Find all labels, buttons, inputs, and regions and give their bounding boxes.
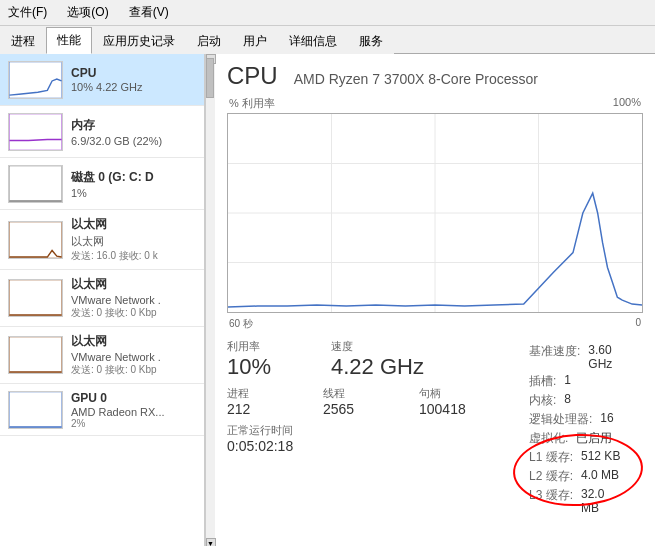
eth1-info: 以太网 以太网 发送: 16.0 接收: 0 k: [71, 216, 196, 263]
x-left: 60 秒: [229, 317, 253, 331]
disk-mini-graph: [8, 165, 63, 203]
resource-item-cpu[interactable]: CPU 10% 4.22 GHz: [0, 54, 204, 106]
tab-startup[interactable]: 启动: [186, 28, 232, 54]
detail-grid: 基准速度: 3.60 GHz 插槽: 1 内核: 8 逻辑: [529, 343, 643, 515]
logical-value: 16: [600, 411, 613, 428]
tab-process[interactable]: 进程: [0, 28, 46, 54]
right-stats: 基准速度: 3.60 GHz 插槽: 1 内核: 8 逻辑: [529, 339, 643, 515]
gpu-name: GPU 0: [71, 391, 196, 405]
resource-item-eth1[interactable]: 以太网 以太网 发送: 16.0 接收: 0 k: [0, 210, 204, 270]
uptime-value: 0:05:02:18: [227, 438, 499, 454]
memory-name: 内存: [71, 117, 196, 134]
uptime-label: 正常运行时间: [227, 423, 499, 438]
resource-item-eth2[interactable]: 以太网 VMware Network . 发送: 0 接收: 0 Kbp: [0, 270, 204, 327]
tab-performance[interactable]: 性能: [46, 27, 92, 54]
process-label: 进程: [227, 386, 307, 401]
l2-value: 4.0 MB: [581, 468, 619, 485]
gpu-info: GPU 0 AMD Radeon RX... 2%: [71, 391, 196, 429]
y-max: 100%: [613, 96, 641, 111]
virt-row: 虚拟化: 已启用: [529, 430, 623, 447]
disk-name: 磁盘 0 (G: C: D: [71, 169, 196, 186]
scroll-down-arrow[interactable]: ▼: [206, 538, 216, 546]
logical-row: 逻辑处理器: 16: [529, 411, 623, 428]
menu-view[interactable]: 查看(V): [125, 2, 173, 23]
left-stats: 利用率 10% 速度 4.22 GHz 进程 212 线程: [227, 339, 499, 515]
eth3-sub: 发送: 0 接收: 0 Kbp: [71, 363, 196, 377]
menu-bar: 文件(F) 选项(O) 查看(V): [0, 0, 655, 26]
virt-label: 虚拟化:: [529, 430, 568, 447]
process-block: 进程 212: [227, 386, 307, 417]
menu-file[interactable]: 文件(F): [4, 2, 51, 23]
cpu-model: AMD Ryzen 7 3700X 8-Core Processor: [294, 71, 538, 87]
thread-block: 线程 2565: [323, 386, 403, 417]
tab-history[interactable]: 应用历史记录: [92, 28, 186, 54]
base-speed-row: 基准速度: 3.60 GHz: [529, 343, 623, 371]
speed-label: 速度: [331, 339, 424, 354]
virt-value: 已启用: [576, 430, 612, 447]
resource-item-eth3[interactable]: 以太网 VMware Network . 发送: 0 接收: 0 Kbp: [0, 327, 204, 384]
eth3-name: 以太网: [71, 333, 196, 350]
svg-rect-8: [9, 280, 61, 316]
resource-item-disk[interactable]: 磁盘 0 (G: C: D 1%: [0, 158, 204, 210]
cores-label: 内核:: [529, 392, 556, 409]
cpu-value: 10% 4.22 GHz: [71, 81, 196, 93]
left-scrollbar[interactable]: ▲ ▼: [205, 54, 215, 546]
main-area: CPU 10% 4.22 GHz 内存 6.9/32.0 GB (22%): [0, 54, 655, 546]
logical-label: 逻辑处理器:: [529, 411, 592, 428]
l1-label: L1 缓存:: [529, 449, 573, 466]
base-speed-value: 3.60 GHz: [588, 343, 623, 371]
disk-info: 磁盘 0 (G: C: D 1%: [71, 169, 196, 199]
menu-options[interactable]: 选项(O): [63, 2, 112, 23]
l3-row: L3 缓存: 32.0 MB: [529, 487, 623, 515]
eth2-sub: 发送: 0 接收: 0 Kbp: [71, 306, 196, 320]
resource-item-gpu[interactable]: GPU 0 AMD Radeon RX... 2%: [0, 384, 204, 436]
eth1-value: 以太网: [71, 234, 196, 249]
cpu-name: CPU: [71, 66, 196, 80]
l1-value: 512 KB: [581, 449, 620, 466]
speed-block: 速度 4.22 GHz: [331, 339, 424, 380]
eth2-mini-graph: [8, 279, 63, 317]
svg-rect-12: [9, 392, 61, 428]
utilization-value: 10%: [227, 354, 307, 380]
eth3-info: 以太网 VMware Network . 发送: 0 接收: 0 Kbp: [71, 333, 196, 377]
disk-value: 1%: [71, 187, 196, 199]
tab-details[interactable]: 详细信息: [278, 28, 348, 54]
utilization-block: 利用率 10%: [227, 339, 307, 380]
x-right: 0: [635, 317, 641, 331]
tab-bar: 进程 性能 应用历史记录 启动 用户 详细信息 服务: [0, 26, 655, 54]
l1-row: L1 缓存: 512 KB: [529, 449, 623, 466]
process-value: 212: [227, 401, 307, 417]
eth1-name: 以太网: [71, 216, 196, 233]
handle-value: 100418: [419, 401, 499, 417]
tab-users[interactable]: 用户: [232, 28, 278, 54]
speed-value: 4.22 GHz: [331, 354, 424, 380]
handle-block: 句柄 100418: [419, 386, 499, 417]
cores-row: 内核: 8: [529, 392, 623, 409]
y-label: % 利用率: [229, 96, 275, 111]
cpu-title: CPU: [227, 62, 278, 90]
eth3-value: VMware Network .: [71, 351, 196, 363]
scroll-thumb[interactable]: [206, 58, 214, 98]
left-panel: CPU 10% 4.22 GHz 内存 6.9/32.0 GB (22%): [0, 54, 205, 546]
cpu-detail-panel: CPU AMD Ryzen 7 3700X 8-Core Processor %…: [215, 54, 655, 546]
eth2-name: 以太网: [71, 276, 196, 293]
chart-label-top: % 利用率 100%: [227, 96, 643, 111]
eth2-info: 以太网 VMware Network . 发送: 0 接收: 0 Kbp: [71, 276, 196, 320]
gpu-value: AMD Radeon RX...: [71, 406, 196, 418]
cores-value: 8: [564, 392, 571, 409]
svg-rect-4: [9, 166, 61, 202]
l3-value: 32.0 MB: [581, 487, 623, 515]
resource-item-memory[interactable]: 内存 6.9/32.0 GB (22%): [0, 106, 204, 158]
eth3-mini-graph: [8, 336, 63, 374]
cpu-mini-graph: [8, 61, 63, 99]
handle-label: 句柄: [419, 386, 499, 401]
thread-value: 2565: [323, 401, 403, 417]
base-speed-label: 基准速度:: [529, 343, 580, 371]
svg-rect-2: [9, 114, 61, 150]
tab-services[interactable]: 服务: [348, 28, 394, 54]
gpu-mini-graph: [8, 391, 63, 429]
memory-info: 内存 6.9/32.0 GB (22%): [71, 117, 196, 147]
stats-section: 利用率 10% 速度 4.22 GHz 进程 212 线程: [227, 339, 643, 515]
gpu-sub: 2%: [71, 418, 196, 429]
memory-value: 6.9/32.0 GB (22%): [71, 135, 196, 147]
